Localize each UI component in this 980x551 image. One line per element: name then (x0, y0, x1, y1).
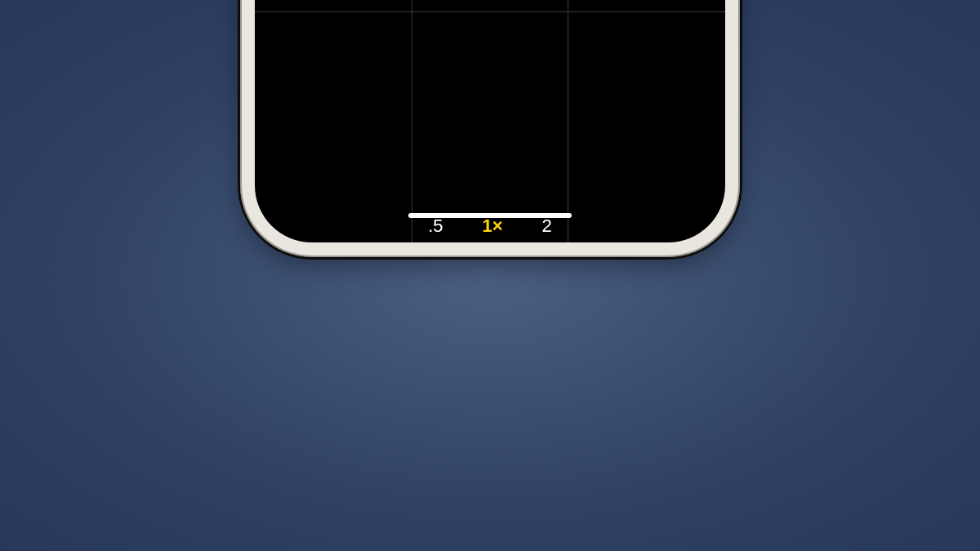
grid-line-vertical (568, 0, 568, 242)
zoom-level-2x[interactable]: 2 (542, 216, 552, 237)
grid-line-horizontal (255, 11, 725, 12)
zoom-level-0-5x[interactable]: .5 (428, 216, 443, 237)
phone-frame: .5 1× 2 Timer Off 3s 10s + ··· (240, 0, 740, 257)
grid-line-vertical (412, 0, 412, 242)
zoom-selector: .5 1× 2 (255, 216, 725, 237)
camera-screen: .5 1× 2 Timer Off 3s 10s + ··· (255, 0, 725, 242)
zoom-level-1x[interactable]: 1× (483, 216, 503, 237)
camera-viewfinder (255, 0, 725, 242)
home-indicator[interactable] (408, 213, 572, 218)
